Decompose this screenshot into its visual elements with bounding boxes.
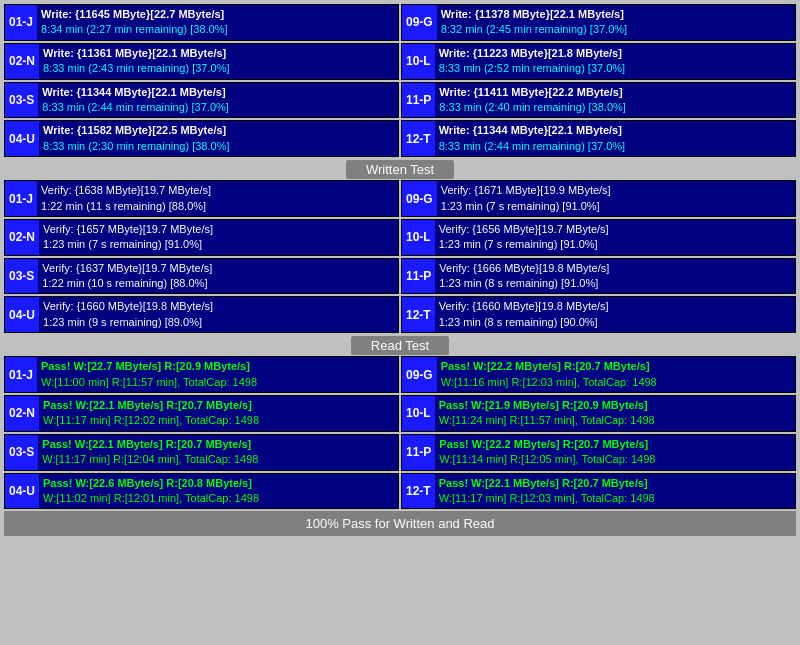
drive-cell-11-p: 11-P Write: {11411 MByte}[22.2 MByte/s] …	[401, 82, 796, 119]
drive-info: Write: {11344 MByte}[22.1 MByte/s] 8:33 …	[435, 121, 795, 156]
pass-info: Pass! W:[22.1 MByte/s] R:[20.7 MByte/s] …	[38, 435, 398, 470]
pass-label: 10-L	[402, 396, 435, 431]
verify-info: Verify: {1657 MByte}[19.7 MByte/s] 1:23 …	[39, 220, 398, 255]
pass-info: Pass! W:[22.2 MByte/s] R:[20.7 MByte/s] …	[437, 357, 795, 392]
drive-label: 12-T	[402, 121, 435, 156]
verify-cell-02-n: 02-N Verify: {1657 MByte}[19.7 MByte/s] …	[4, 219, 399, 256]
drive-cell-02-n: 02-N Write: {11361 MByte}[22.1 MByte/s] …	[4, 43, 399, 80]
pass-cell-01-j: 01-J Pass! W:[22.7 MByte/s] R:[20.9 MByt…	[4, 356, 399, 393]
pass-info: Pass! W:[22.1 MByte/s] R:[20.7 MByte/s] …	[435, 474, 795, 509]
drive-info: Write: {11223 MByte}[21.8 MByte/s] 8:33 …	[435, 44, 795, 79]
pass-cell-02-n: 02-N Pass! W:[22.1 MByte/s] R:[20.7 MByt…	[4, 395, 399, 432]
drive-info: Write: {11361 MByte}[22.1 MByte/s] 8:33 …	[39, 44, 398, 79]
pass-label: 03-S	[5, 435, 38, 470]
pass-info: Pass! W:[22.6 MByte/s] R:[20.8 MByte/s] …	[39, 474, 398, 509]
verify-cell-01-j: 01-J Verify: {1638 MByte}[19.7 MByte/s] …	[4, 180, 399, 217]
drive-label: 03-S	[5, 83, 38, 118]
pass-cell-09-g: 09-G Pass! W:[22.2 MByte/s] R:[20.7 MByt…	[401, 356, 796, 393]
drive-label: 02-N	[5, 44, 39, 79]
verify-cell-11-p: 11-P Verify: {1666 MByte}[19.8 MByte/s] …	[401, 258, 796, 295]
pass-label: 01-J	[5, 357, 37, 392]
pass-cell-03-s: 03-S Pass! W:[22.1 MByte/s] R:[20.7 MByt…	[4, 434, 399, 471]
drive-info: Write: {11378 MByte}[22.1 MByte/s] 8:32 …	[437, 5, 795, 40]
verify-label: 02-N	[5, 220, 39, 255]
verify-cell-12-t: 12-T Verify: {1660 MByte}[19.8 MByte/s] …	[401, 296, 796, 333]
pass-info: Pass! W:[22.2 MByte/s] R:[20.7 MByte/s] …	[435, 435, 795, 470]
drive-info: Write: {11645 MByte}[22.7 MByte/s] 8:34 …	[37, 5, 398, 40]
verify-label: 01-J	[5, 181, 37, 216]
verify-cell-04-u: 04-U Verify: {1660 MByte}[19.8 MByte/s] …	[4, 296, 399, 333]
drive-label: 01-J	[5, 5, 37, 40]
pass-test-grid: 01-J Pass! W:[22.7 MByte/s] R:[20.9 MByt…	[4, 356, 796, 509]
pass-label: 09-G	[402, 357, 437, 392]
verify-label: 03-S	[5, 259, 38, 294]
drive-cell-01-j: 01-J Write: {11645 MByte}[22.7 MByte/s] …	[4, 4, 399, 41]
verify-info: Verify: {1637 MByte}[19.7 MByte/s] 1:22 …	[38, 259, 398, 294]
verify-label: 04-U	[5, 297, 39, 332]
drive-info: Write: {11344 MByte}[22.1 MByte/s] 8:33 …	[38, 83, 398, 118]
verify-cell-09-g: 09-G Verify: {1671 MByte}[19.9 MByte/s] …	[401, 180, 796, 217]
written-test-grid: 01-J Write: {11645 MByte}[22.7 MByte/s] …	[4, 4, 796, 157]
pass-cell-04-u: 04-U Pass! W:[22.6 MByte/s] R:[20.8 MByt…	[4, 473, 399, 510]
verify-info: Verify: {1671 MByte}[19.9 MByte/s] 1:23 …	[437, 181, 795, 216]
pass-label: 11-P	[402, 435, 435, 470]
footer-label: 100% Pass for Written and Read	[305, 516, 494, 531]
pass-info: Pass! W:[22.1 MByte/s] R:[20.7 MByte/s] …	[39, 396, 398, 431]
verify-label: 10-L	[402, 220, 435, 255]
pass-info: Pass! W:[21.9 MByte/s] R:[20.9 MByte/s] …	[435, 396, 795, 431]
drive-label: 04-U	[5, 121, 39, 156]
drive-cell-04-u: 04-U Write: {11582 MByte}[22.5 MByte/s] …	[4, 120, 399, 157]
drive-label: 11-P	[402, 83, 435, 118]
verify-info: Verify: {1638 MByte}[19.7 MByte/s] 1:22 …	[37, 181, 398, 216]
pass-cell-12-t: 12-T Pass! W:[22.1 MByte/s] R:[20.7 MByt…	[401, 473, 796, 510]
verify-label: 12-T	[402, 297, 435, 332]
drive-label: 09-G	[402, 5, 437, 40]
main-container: 01-J Write: {11645 MByte}[22.7 MByte/s] …	[0, 0, 800, 540]
verify-test-grid: 01-J Verify: {1638 MByte}[19.7 MByte/s] …	[4, 180, 796, 333]
verify-info: Verify: {1656 MByte}[19.7 MByte/s] 1:23 …	[435, 220, 795, 255]
drive-label: 10-L	[402, 44, 435, 79]
drive-info: Write: {11582 MByte}[22.5 MByte/s] 8:33 …	[39, 121, 398, 156]
verify-label: 09-G	[402, 181, 437, 216]
read-test-divider: Read Test	[4, 335, 796, 356]
drive-cell-03-s: 03-S Write: {11344 MByte}[22.1 MByte/s] …	[4, 82, 399, 119]
drive-cell-09-g: 09-G Write: {11378 MByte}[22.1 MByte/s] …	[401, 4, 796, 41]
pass-label: 02-N	[5, 396, 39, 431]
pass-cell-10-l: 10-L Pass! W:[21.9 MByte/s] R:[20.9 MByt…	[401, 395, 796, 432]
written-test-label: Written Test	[346, 160, 454, 179]
read-test-label: Read Test	[351, 336, 449, 355]
verify-cell-10-l: 10-L Verify: {1656 MByte}[19.7 MByte/s] …	[401, 219, 796, 256]
footer-bar: 100% Pass for Written and Read	[4, 511, 796, 536]
drive-cell-10-l: 10-L Write: {11223 MByte}[21.8 MByte/s] …	[401, 43, 796, 80]
written-test-divider: Written Test	[4, 159, 796, 180]
drive-info: Write: {11411 MByte}[22.2 MByte/s] 8:33 …	[435, 83, 795, 118]
pass-label: 12-T	[402, 474, 435, 509]
pass-cell-11-p: 11-P Pass! W:[22.2 MByte/s] R:[20.7 MByt…	[401, 434, 796, 471]
pass-info: Pass! W:[22.7 MByte/s] R:[20.9 MByte/s] …	[37, 357, 398, 392]
verify-info: Verify: {1660 MByte}[19.8 MByte/s] 1:23 …	[39, 297, 398, 332]
pass-label: 04-U	[5, 474, 39, 509]
verify-info: Verify: {1660 MByte}[19.8 MByte/s] 1:23 …	[435, 297, 795, 332]
verify-info: Verify: {1666 MByte}[19.8 MByte/s] 1:23 …	[435, 259, 795, 294]
verify-cell-03-s: 03-S Verify: {1637 MByte}[19.7 MByte/s] …	[4, 258, 399, 295]
drive-cell-12-t: 12-T Write: {11344 MByte}[22.1 MByte/s] …	[401, 120, 796, 157]
verify-label: 11-P	[402, 259, 435, 294]
